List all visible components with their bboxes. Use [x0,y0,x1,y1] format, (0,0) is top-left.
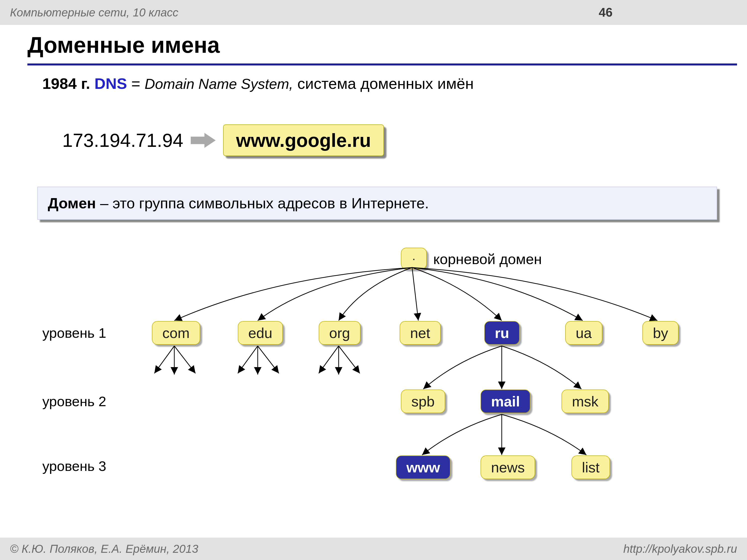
intro-line: 1984 г. DNS = Domain Name System, систем… [42,75,474,92]
node-news: news [481,455,535,479]
intro-year: 1984 г. [42,75,90,92]
intro-eq: = [127,75,145,92]
intro-dns: DNS [94,75,127,92]
intro-expand: Domain Name System, [145,76,293,92]
svg-marker-0 [191,133,216,148]
domain-example: www.google.ru [223,125,384,156]
definition-box: Домен – это группа символьных адресов в … [37,187,717,220]
node-by: by [642,321,678,345]
ip-address: 173.194.71.94 [62,129,183,151]
arrow-right-icon [191,132,216,149]
root-label: корневой домен [433,250,542,267]
node-mail: mail [481,390,531,413]
footer-copyright: © К.Ю. Поляков, Е.А. Ерёмин, 2013 [10,542,198,556]
domain-tree: . корневой домен уровень 1 com edu org n… [0,240,747,514]
node-org: org [319,321,361,345]
node-com: com [152,321,200,345]
title-rule [27,63,737,65]
subject-label: Компьютерные сети, 10 класс [10,6,178,19]
node-net: net [400,321,441,345]
intro-tail: система доменных имён [293,75,473,92]
node-root: . [401,248,427,269]
node-ua: ua [565,321,602,345]
definition-text: – это группа символьных адресов в Интерн… [96,195,429,212]
node-www: www [396,455,450,479]
level2-label: уровень 2 [42,393,106,409]
footer-bar: © К.Ю. Поляков, Е.А. Ерёмин, 2013 http:/… [0,538,747,560]
node-msk: msk [562,390,609,413]
node-list: list [571,455,610,479]
level3-label: уровень 3 [42,458,106,474]
node-edu: edu [238,321,283,345]
level1-label: уровень 1 [42,325,106,341]
page-title: Доменные имена [27,32,737,58]
page-number: 46 [599,5,613,20]
footer-url: http://kpolyakov.spb.ru [623,542,737,556]
ip-to-domain: 173.194.71.94 www.google.ru [62,125,384,156]
definition-term: Домен [48,195,96,212]
node-spb: spb [401,390,445,413]
node-ru: ru [484,321,520,345]
header-bar: Компьютерные сети, 10 класс 46 [0,0,747,25]
